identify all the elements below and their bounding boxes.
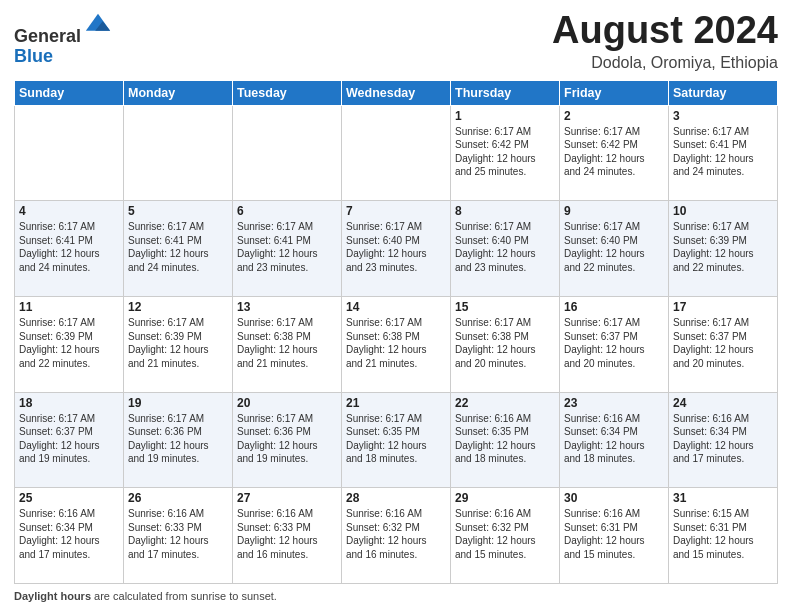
footer-text: are calculated from sunrise to sunset.	[91, 590, 277, 602]
weekday-header-cell: Friday	[560, 80, 669, 105]
calendar-cell: 11Sunrise: 6:17 AM Sunset: 6:39 PM Dayli…	[15, 297, 124, 393]
calendar-cell: 15Sunrise: 6:17 AM Sunset: 6:38 PM Dayli…	[451, 297, 560, 393]
day-number: 2	[564, 109, 664, 123]
day-info: Sunrise: 6:16 AM Sunset: 6:32 PM Dayligh…	[455, 507, 555, 561]
calendar-cell	[15, 105, 124, 201]
day-info: Sunrise: 6:16 AM Sunset: 6:34 PM Dayligh…	[19, 507, 119, 561]
day-number: 5	[128, 204, 228, 218]
day-number: 15	[455, 300, 555, 314]
day-number: 17	[673, 300, 773, 314]
day-info: Sunrise: 6:16 AM Sunset: 6:33 PM Dayligh…	[237, 507, 337, 561]
day-number: 21	[346, 396, 446, 410]
day-info: Sunrise: 6:17 AM Sunset: 6:42 PM Dayligh…	[455, 125, 555, 179]
day-number: 22	[455, 396, 555, 410]
calendar-cell: 31Sunrise: 6:15 AM Sunset: 6:31 PM Dayli…	[669, 488, 778, 584]
day-number: 23	[564, 396, 664, 410]
day-info: Sunrise: 6:17 AM Sunset: 6:37 PM Dayligh…	[673, 316, 773, 370]
day-info: Sunrise: 6:17 AM Sunset: 6:38 PM Dayligh…	[346, 316, 446, 370]
calendar-cell: 17Sunrise: 6:17 AM Sunset: 6:37 PM Dayli…	[669, 297, 778, 393]
calendar-cell: 25Sunrise: 6:16 AM Sunset: 6:34 PM Dayli…	[15, 488, 124, 584]
day-info: Sunrise: 6:17 AM Sunset: 6:40 PM Dayligh…	[346, 220, 446, 274]
calendar-cell	[124, 105, 233, 201]
day-info: Sunrise: 6:16 AM Sunset: 6:32 PM Dayligh…	[346, 507, 446, 561]
day-number: 26	[128, 491, 228, 505]
calendar-cell: 6Sunrise: 6:17 AM Sunset: 6:41 PM Daylig…	[233, 201, 342, 297]
main-container: General Blue August 2024 Dodola, Oromiya…	[0, 0, 792, 612]
day-info: Sunrise: 6:17 AM Sunset: 6:36 PM Dayligh…	[237, 412, 337, 466]
day-info: Sunrise: 6:17 AM Sunset: 6:37 PM Dayligh…	[19, 412, 119, 466]
day-info: Sunrise: 6:17 AM Sunset: 6:40 PM Dayligh…	[455, 220, 555, 274]
calendar-cell: 2Sunrise: 6:17 AM Sunset: 6:42 PM Daylig…	[560, 105, 669, 201]
calendar-cell: 21Sunrise: 6:17 AM Sunset: 6:35 PM Dayli…	[342, 392, 451, 488]
day-number: 1	[455, 109, 555, 123]
calendar-cell: 7Sunrise: 6:17 AM Sunset: 6:40 PM Daylig…	[342, 201, 451, 297]
calendar-cell: 30Sunrise: 6:16 AM Sunset: 6:31 PM Dayli…	[560, 488, 669, 584]
calendar-cell: 13Sunrise: 6:17 AM Sunset: 6:38 PM Dayli…	[233, 297, 342, 393]
day-info: Sunrise: 6:16 AM Sunset: 6:31 PM Dayligh…	[564, 507, 664, 561]
footer-label: Daylight hours	[14, 590, 91, 602]
day-info: Sunrise: 6:17 AM Sunset: 6:35 PM Dayligh…	[346, 412, 446, 466]
calendar-cell: 29Sunrise: 6:16 AM Sunset: 6:32 PM Dayli…	[451, 488, 560, 584]
calendar-cell: 20Sunrise: 6:17 AM Sunset: 6:36 PM Dayli…	[233, 392, 342, 488]
calendar-cell: 5Sunrise: 6:17 AM Sunset: 6:41 PM Daylig…	[124, 201, 233, 297]
day-number: 18	[19, 396, 119, 410]
logo-blue: Blue	[14, 46, 53, 66]
calendar-cell: 27Sunrise: 6:16 AM Sunset: 6:33 PM Dayli…	[233, 488, 342, 584]
calendar-cell: 16Sunrise: 6:17 AM Sunset: 6:37 PM Dayli…	[560, 297, 669, 393]
weekday-header-cell: Monday	[124, 80, 233, 105]
calendar-cell: 28Sunrise: 6:16 AM Sunset: 6:32 PM Dayli…	[342, 488, 451, 584]
calendar-week-row: 4Sunrise: 6:17 AM Sunset: 6:41 PM Daylig…	[15, 201, 778, 297]
calendar-cell: 8Sunrise: 6:17 AM Sunset: 6:40 PM Daylig…	[451, 201, 560, 297]
calendar-cell: 4Sunrise: 6:17 AM Sunset: 6:41 PM Daylig…	[15, 201, 124, 297]
day-number: 30	[564, 491, 664, 505]
weekday-header-cell: Saturday	[669, 80, 778, 105]
day-info: Sunrise: 6:17 AM Sunset: 6:37 PM Dayligh…	[564, 316, 664, 370]
day-number: 6	[237, 204, 337, 218]
day-info: Sunrise: 6:17 AM Sunset: 6:39 PM Dayligh…	[19, 316, 119, 370]
calendar-cell: 24Sunrise: 6:16 AM Sunset: 6:34 PM Dayli…	[669, 392, 778, 488]
day-number: 13	[237, 300, 337, 314]
calendar-cell: 18Sunrise: 6:17 AM Sunset: 6:37 PM Dayli…	[15, 392, 124, 488]
day-number: 24	[673, 396, 773, 410]
day-info: Sunrise: 6:16 AM Sunset: 6:33 PM Dayligh…	[128, 507, 228, 561]
calendar-week-row: 25Sunrise: 6:16 AM Sunset: 6:34 PM Dayli…	[15, 488, 778, 584]
header: General Blue August 2024 Dodola, Oromiya…	[14, 10, 778, 72]
calendar-cell: 14Sunrise: 6:17 AM Sunset: 6:38 PM Dayli…	[342, 297, 451, 393]
day-number: 27	[237, 491, 337, 505]
logo-general: General	[14, 26, 81, 46]
day-number: 29	[455, 491, 555, 505]
calendar-cell: 12Sunrise: 6:17 AM Sunset: 6:39 PM Dayli…	[124, 297, 233, 393]
day-info: Sunrise: 6:16 AM Sunset: 6:34 PM Dayligh…	[564, 412, 664, 466]
day-info: Sunrise: 6:17 AM Sunset: 6:42 PM Dayligh…	[564, 125, 664, 179]
calendar-cell: 22Sunrise: 6:16 AM Sunset: 6:35 PM Dayli…	[451, 392, 560, 488]
main-title: August 2024	[552, 10, 778, 52]
day-info: Sunrise: 6:17 AM Sunset: 6:39 PM Dayligh…	[128, 316, 228, 370]
day-info: Sunrise: 6:17 AM Sunset: 6:41 PM Dayligh…	[673, 125, 773, 179]
calendar-cell: 23Sunrise: 6:16 AM Sunset: 6:34 PM Dayli…	[560, 392, 669, 488]
day-number: 28	[346, 491, 446, 505]
day-info: Sunrise: 6:17 AM Sunset: 6:39 PM Dayligh…	[673, 220, 773, 274]
day-number: 19	[128, 396, 228, 410]
day-info: Sunrise: 6:17 AM Sunset: 6:40 PM Dayligh…	[564, 220, 664, 274]
day-number: 9	[564, 204, 664, 218]
logo: General Blue	[14, 14, 112, 67]
day-info: Sunrise: 6:16 AM Sunset: 6:34 PM Dayligh…	[673, 412, 773, 466]
calendar-cell: 10Sunrise: 6:17 AM Sunset: 6:39 PM Dayli…	[669, 201, 778, 297]
day-number: 25	[19, 491, 119, 505]
day-number: 10	[673, 204, 773, 218]
footer: Daylight hours are calculated from sunri…	[14, 590, 778, 602]
weekday-header-row: SundayMondayTuesdayWednesdayThursdayFrid…	[15, 80, 778, 105]
day-info: Sunrise: 6:15 AM Sunset: 6:31 PM Dayligh…	[673, 507, 773, 561]
day-number: 31	[673, 491, 773, 505]
title-block: August 2024 Dodola, Oromiya, Ethiopia	[552, 10, 778, 72]
day-number: 20	[237, 396, 337, 410]
day-number: 3	[673, 109, 773, 123]
day-info: Sunrise: 6:17 AM Sunset: 6:38 PM Dayligh…	[455, 316, 555, 370]
day-number: 14	[346, 300, 446, 314]
calendar-week-row: 1Sunrise: 6:17 AM Sunset: 6:42 PM Daylig…	[15, 105, 778, 201]
calendar-cell: 19Sunrise: 6:17 AM Sunset: 6:36 PM Dayli…	[124, 392, 233, 488]
day-number: 8	[455, 204, 555, 218]
day-info: Sunrise: 6:17 AM Sunset: 6:41 PM Dayligh…	[19, 220, 119, 274]
day-info: Sunrise: 6:17 AM Sunset: 6:36 PM Dayligh…	[128, 412, 228, 466]
day-number: 16	[564, 300, 664, 314]
